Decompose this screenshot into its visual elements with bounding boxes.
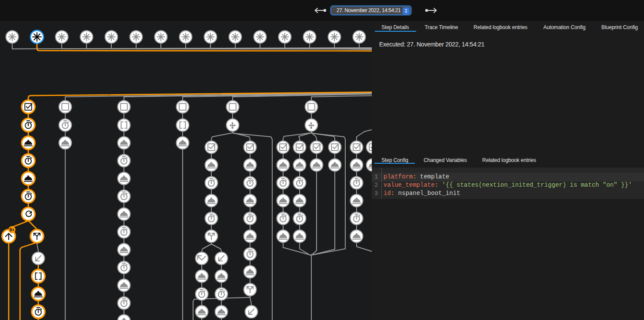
svg-text:9+: 9+ [10,227,15,232]
